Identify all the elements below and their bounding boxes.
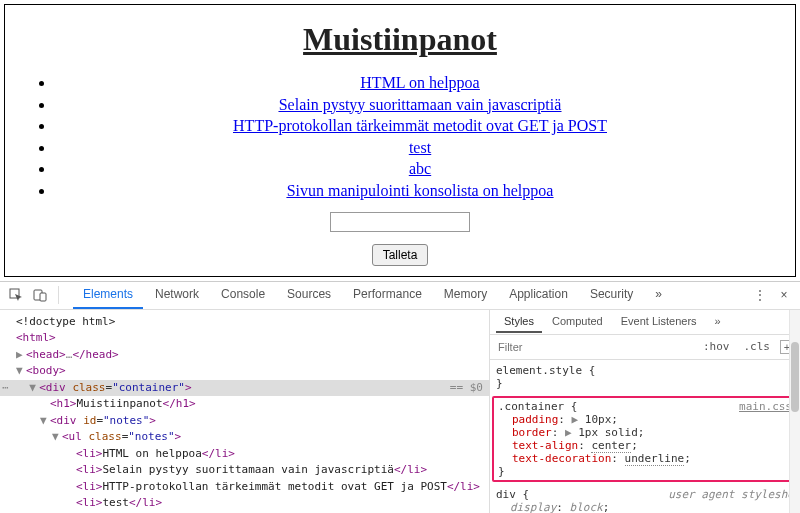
brace: } <box>496 377 503 390</box>
devtools-close-icon[interactable]: × <box>774 285 794 305</box>
tab-elements[interactable]: Elements <box>73 281 143 309</box>
brace: { <box>582 364 595 377</box>
brace: { <box>564 400 577 413</box>
collapse-icon[interactable]: ▼ <box>40 413 50 430</box>
page-heading: Muistiinpanot <box>15 21 785 58</box>
prop-name: text-decoration <box>512 452 611 465</box>
dom-tag: > <box>149 414 156 427</box>
styles-tabs-overflow-icon[interactable]: » <box>707 311 729 333</box>
dom-tag: </li> <box>447 480 480 493</box>
dom-line: <html> <box>16 331 56 344</box>
hov-toggle[interactable]: :hov <box>699 338 734 355</box>
expand-icon[interactable]: ▶ <box>16 347 26 364</box>
dom-tag: > <box>175 430 182 443</box>
save-button[interactable]: Talleta <box>372 244 429 266</box>
note-item[interactable]: Selain pystyy suorittamaan vain javascri… <box>55 94 785 116</box>
styles-tab-eventlisteners[interactable]: Event Listeners <box>613 311 705 333</box>
dom-tag: <h1> <box>50 397 77 410</box>
dom-tag: <div <box>39 381 72 394</box>
dom-tag: > <box>185 381 192 394</box>
dom-tag: </head> <box>72 348 118 361</box>
styles-tab-styles[interactable]: Styles <box>496 311 542 333</box>
tab-network[interactable]: Network <box>145 281 209 309</box>
dom-tag: </h1> <box>163 397 196 410</box>
dom-tag: <li> <box>76 480 103 493</box>
dom-tag: <head> <box>26 348 66 361</box>
tab-security[interactable]: Security <box>580 281 643 309</box>
dom-text: Muistiinpanot <box>77 397 163 410</box>
tab-application[interactable]: Application <box>499 281 578 309</box>
note-item[interactable]: HTML on helppoa <box>55 72 785 94</box>
devtools-panel: Elements Network Console Sources Perform… <box>0 281 800 513</box>
styles-filter-input[interactable] <box>496 340 693 354</box>
collapse-icon[interactable]: ▼ <box>16 363 26 380</box>
dom-tag: <body> <box>26 364 66 377</box>
styles-panel: Styles Computed Event Listeners » :hov .… <box>490 310 800 513</box>
collapse-icon[interactable]: ▼ <box>52 429 62 446</box>
styles-scrollbar[interactable] <box>789 310 800 513</box>
note-item[interactable]: abc <box>55 158 785 180</box>
note-input[interactable] <box>330 212 470 232</box>
prop-name: display <box>510 501 556 513</box>
dom-tag: <li> <box>76 463 103 476</box>
dom-attr-name: class <box>89 430 122 443</box>
prop-value: block <box>570 501 603 513</box>
dom-tag: <li> <box>76 447 103 460</box>
selected-node-ref: == $0 <box>443 380 483 397</box>
dom-tag: </li> <box>394 463 427 476</box>
prop-value[interactable]: center <box>591 439 631 453</box>
dom-line: <!doctype html> <box>16 315 115 328</box>
page-viewport: Muistiinpanot HTML on helppoa Selain pys… <box>0 0 800 281</box>
brace: { <box>516 488 529 501</box>
styles-tabs: Styles Computed Event Listeners » <box>490 310 800 335</box>
inspect-element-icon[interactable] <box>6 285 26 305</box>
ua-style-rule: div { user agent styleshe display: block… <box>496 488 794 513</box>
note-item[interactable]: HTTP-protokollan tärkeimmät metodit ovat… <box>55 115 785 137</box>
notes-list: HTML on helppoa Selain pystyy suorittama… <box>15 72 785 202</box>
note-item[interactable]: Sivun manipulointi konsolista on helppoa <box>55 180 785 202</box>
rule-selector: div <box>496 488 516 501</box>
styles-tab-computed[interactable]: Computed <box>544 311 611 333</box>
dom-text: HTTP-protokollan tärkeimmät metodit ovat… <box>103 480 447 493</box>
prop-value[interactable]: 10px <box>585 413 612 426</box>
element-style-rule[interactable]: element.style { } <box>496 364 794 390</box>
tabs-overflow-icon[interactable]: » <box>645 281 672 309</box>
dom-tag: </li> <box>129 496 162 509</box>
dom-tag: </li> <box>202 447 235 460</box>
dom-attr-val: "notes" <box>103 414 149 427</box>
cls-toggle[interactable]: .cls <box>740 338 775 355</box>
dom-attr-name: class <box>72 381 105 394</box>
dom-text: HTML on helppoa <box>103 447 202 460</box>
dom-attr-name: id <box>83 414 96 427</box>
prop-name: border <box>512 426 552 439</box>
devtools-tabs: Elements Network Console Sources Perform… <box>73 281 672 309</box>
note-form <box>15 212 785 232</box>
dom-attr-val: "container" <box>112 381 185 394</box>
dom-tag: <div <box>50 414 83 427</box>
devtools-menu-icon[interactable]: ⋮ <box>750 285 770 305</box>
container-style-rule[interactable]: .container { main.css padding: ▶ 10px; b… <box>492 396 798 482</box>
scrollbar-thumb[interactable] <box>791 342 799 412</box>
devtools-toolbar: Elements Network Console Sources Perform… <box>0 282 800 310</box>
brace: } <box>498 465 505 478</box>
selected-dom-node[interactable]: ⋯ ▼<div class="container"> == $0 <box>0 380 489 397</box>
prop-value[interactable]: 1px solid <box>578 426 638 439</box>
dom-tag: <ul <box>62 430 89 443</box>
device-toggle-icon[interactable] <box>30 285 50 305</box>
elements-tree[interactable]: <!doctype html> <html> ▶<head>…</head> ▼… <box>0 310 490 513</box>
rule-selector: element.style <box>496 364 582 377</box>
rule-source-link[interactable]: main.css <box>739 400 792 413</box>
tab-memory[interactable]: Memory <box>434 281 497 309</box>
prop-value[interactable]: underline <box>625 452 685 466</box>
tab-performance[interactable]: Performance <box>343 281 432 309</box>
tab-sources[interactable]: Sources <box>277 281 341 309</box>
ua-stylesheet-label: user agent styleshe <box>668 488 794 501</box>
container: Muistiinpanot HTML on helppoa Selain pys… <box>4 4 796 277</box>
note-item[interactable]: test <box>55 137 785 159</box>
dom-text: Selain pystyy suorittamaan vain javascri… <box>103 463 394 476</box>
tab-console[interactable]: Console <box>211 281 275 309</box>
dom-text: test <box>103 496 130 509</box>
styles-filter-row: :hov .cls + <box>490 335 800 360</box>
prop-name: padding <box>512 413 558 426</box>
style-rules: element.style { } .container { main.css … <box>490 360 800 513</box>
